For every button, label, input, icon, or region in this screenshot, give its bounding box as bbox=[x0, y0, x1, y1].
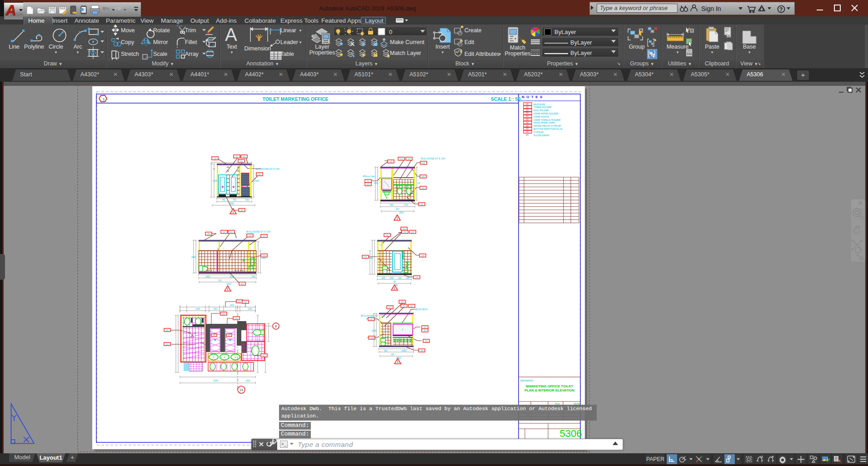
svg-text:1: 1 bbox=[394, 287, 395, 290]
svg-text:BULLNOSE ST 5 CM: BULLNOSE ST 5 CM bbox=[421, 157, 445, 160]
svg-text:XX: XX bbox=[526, 128, 529, 130]
svg-text:XX: XX bbox=[526, 109, 529, 112]
svg-text:1500: 1500 bbox=[261, 257, 266, 259]
svg-text:⊢: ⊢ bbox=[217, 247, 219, 250]
svg-text:◄◄◄◄: ◄◄◄◄ bbox=[234, 269, 244, 272]
svg-text:WATER PROOF GYPSUM: WATER PROOF GYPSUM bbox=[534, 124, 561, 127]
svg-text:BACKSIDE: BACKSIDE bbox=[534, 103, 545, 106]
svg-text:XX: XX bbox=[410, 305, 413, 307]
svg-text:1500: 1500 bbox=[205, 276, 210, 278]
svg-text:!: ! bbox=[839, 460, 840, 462]
svg-text:✦: ✦ bbox=[228, 338, 232, 342]
svg-text:450mm tiles: 450mm tiles bbox=[363, 175, 375, 178]
svg-text:2600: 2600 bbox=[368, 257, 373, 259]
svg-text:750: 750 bbox=[222, 199, 225, 201]
svg-text:✚: ✚ bbox=[232, 185, 235, 188]
svg-text:XX: XX bbox=[238, 301, 241, 303]
svg-text:1700: 1700 bbox=[404, 204, 409, 206]
svg-text:13: 13 bbox=[239, 388, 243, 392]
svg-text:XX: XX bbox=[249, 235, 251, 237]
svg-text:3050: 3050 bbox=[229, 203, 234, 205]
svg-text:XX: XX bbox=[364, 256, 367, 258]
svg-text:XX: XX bbox=[370, 337, 373, 339]
svg-text:XX: XX bbox=[403, 305, 405, 307]
svg-text:900: 900 bbox=[390, 204, 394, 206]
svg-text:XX: XX bbox=[367, 183, 369, 186]
svg-text:NEON BOX: NEON BOX bbox=[414, 308, 428, 311]
svg-text:XX: XX bbox=[400, 158, 403, 160]
svg-text:XX: XX bbox=[389, 307, 391, 309]
svg-text:✕: ✕ bbox=[212, 356, 215, 359]
svg-text:XX: XX bbox=[526, 131, 529, 133]
svg-text:BOTTOM PARTITION PLUS: BOTTOM PARTITION PLUS bbox=[534, 128, 563, 130]
svg-text:XX: XX bbox=[213, 334, 215, 337]
svg-text:1: 1 bbox=[232, 210, 234, 213]
svg-text:XX: XX bbox=[214, 158, 216, 160]
svg-text:TOILET MARKETING OFFICE: TOILET MARKETING OFFICE bbox=[262, 96, 328, 102]
svg-text:2600: 2600 bbox=[399, 212, 404, 214]
svg-text:XX: XX bbox=[420, 203, 423, 206]
svg-text:▩: ▩ bbox=[242, 258, 245, 262]
svg-text:XX: XX bbox=[228, 334, 230, 337]
svg-text:GYPSUM: GYPSUM bbox=[534, 131, 544, 134]
svg-text:2000: 2000 bbox=[402, 350, 407, 352]
svg-text:XX: XX bbox=[386, 234, 389, 237]
svg-text:✚: ✚ bbox=[241, 185, 244, 188]
svg-text:XX: XX bbox=[240, 209, 243, 212]
svg-text:XX: XX bbox=[424, 330, 426, 332]
svg-text:◆: ◆ bbox=[403, 266, 405, 268]
svg-text:2600: 2600 bbox=[372, 330, 377, 332]
svg-text:✦: ✦ bbox=[213, 338, 217, 342]
svg-text:N O T E S: N O T E S bbox=[522, 95, 543, 99]
svg-text:150: 150 bbox=[398, 277, 402, 279]
svg-text:PLAN & INTERIOR ELEVATION: PLAN & INTERIOR ELEVATION bbox=[524, 388, 574, 392]
svg-text:2600: 2600 bbox=[254, 180, 259, 182]
svg-text:XX: XX bbox=[235, 156, 238, 158]
svg-text:XX: XX bbox=[222, 313, 225, 315]
svg-text:1150: 1150 bbox=[248, 308, 252, 310]
svg-text:XX: XX bbox=[370, 318, 373, 321]
svg-text:GRAB TOWELS-HOLDER: GRAB TOWELS-HOLDER bbox=[534, 119, 560, 121]
svg-text:2D: 2D bbox=[859, 215, 865, 220]
svg-text:50: 50 bbox=[394, 281, 396, 283]
svg-text:5040: 5040 bbox=[214, 380, 219, 382]
svg-text:XX: XX bbox=[403, 228, 405, 230]
svg-text:XX: XX bbox=[420, 350, 423, 352]
svg-text:845: 845 bbox=[390, 277, 394, 279]
svg-text:120: 120 bbox=[395, 208, 399, 210]
svg-text:XX: XX bbox=[526, 112, 529, 114]
svg-text:XX: XX bbox=[244, 301, 247, 303]
svg-text:BULLNOSE ST 5 CM: BULLNOSE ST 5 CM bbox=[246, 230, 270, 233]
svg-text:XX: XX bbox=[263, 235, 265, 238]
svg-text:1000: 1000 bbox=[229, 304, 234, 307]
svg-text:XX: XX bbox=[408, 158, 410, 160]
svg-text:BULLNOSE ST 5 CM: BULLNOSE ST 5 CM bbox=[255, 168, 279, 170]
svg-text:905: 905 bbox=[382, 277, 385, 279]
svg-text:XX: XX bbox=[367, 180, 369, 183]
svg-text:120: 120 bbox=[218, 279, 222, 282]
svg-text:✕: ✕ bbox=[234, 356, 236, 359]
svg-text:XX: XX bbox=[166, 343, 169, 346]
svg-text:PAPER: PAPER bbox=[646, 456, 664, 462]
svg-text:XX: XX bbox=[389, 161, 392, 163]
svg-text:HAND DRIER 13MM: HAND DRIER 13MM bbox=[534, 121, 554, 124]
svg-text:DRAWING:: DRAWING: bbox=[520, 379, 534, 382]
svg-text:1400: 1400 bbox=[245, 380, 250, 382]
svg-text:◄◄◄: ◄◄◄ bbox=[205, 269, 212, 272]
svg-text:1: 1 bbox=[227, 288, 229, 291]
svg-text:150: 150 bbox=[391, 353, 394, 356]
svg-text:XX: XX bbox=[241, 283, 244, 285]
svg-text:XX: XX bbox=[526, 119, 529, 121]
svg-text:2000: 2000 bbox=[229, 276, 234, 278]
svg-text:1400: 1400 bbox=[195, 308, 200, 310]
svg-text:XX: XX bbox=[223, 231, 225, 233]
svg-text:XX: XX bbox=[411, 231, 414, 233]
svg-text:XX: XX bbox=[243, 156, 245, 158]
svg-text:XX: XX bbox=[230, 231, 233, 233]
svg-text:26: 26 bbox=[418, 182, 420, 184]
svg-text:XX: XX bbox=[166, 329, 169, 332]
svg-text:✚: ✚ bbox=[221, 185, 224, 188]
svg-text:XX: XX bbox=[422, 162, 425, 164]
svg-text:XX: XX bbox=[526, 106, 529, 109]
svg-text:1: 1 bbox=[397, 360, 399, 363]
